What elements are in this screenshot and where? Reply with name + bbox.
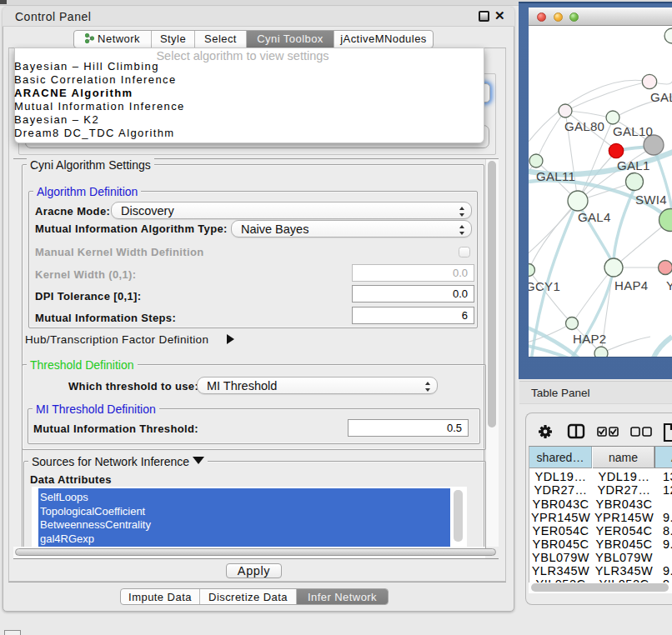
svg-text:GAL4: GAL4 — [578, 210, 611, 224]
svg-text:GCY1: GCY1 — [529, 279, 560, 293]
svg-text:SWI4: SWI4 — [635, 192, 667, 207]
svg-text:GAL80: GAL80 — [564, 119, 604, 133]
svg-text:GAL11: GAL11 — [536, 169, 575, 183]
svg-text:GAL2: GAL2 — [650, 90, 672, 104]
svg-text:GAL1: GAL1 — [617, 158, 650, 172]
svg-text:HAP2: HAP2 — [573, 332, 606, 346]
svg-text:YJ: YJ — [666, 278, 672, 292]
svg-text:GAL10: GAL10 — [613, 124, 653, 138]
svg-text:HAP4: HAP4 — [614, 278, 648, 292]
